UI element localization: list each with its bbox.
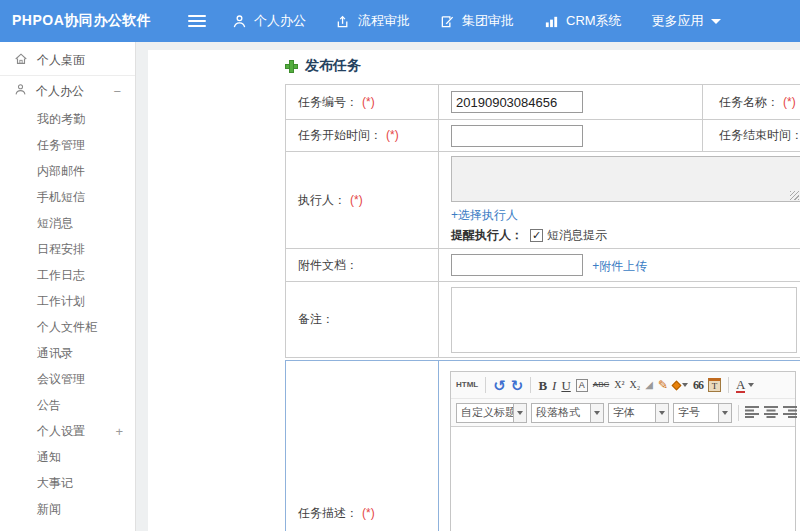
app-logo: PHPOA协同办公软件 bbox=[0, 12, 176, 30]
editor-toolbar-row2: 自定义标题 段落格式 字体 bbox=[451, 399, 795, 426]
nav-more-apps[interactable]: 更多应用 bbox=[652, 12, 721, 30]
font-family-select[interactable]: 字体 bbox=[608, 403, 669, 423]
export-icon bbox=[336, 14, 351, 29]
choose-executor-link[interactable]: +选择执行人 bbox=[451, 207, 518, 224]
subscript-button[interactable]: X₂ bbox=[629, 380, 640, 390]
home-icon bbox=[14, 52, 28, 69]
add-icon bbox=[285, 60, 298, 73]
executor-textarea[interactable] bbox=[451, 156, 800, 202]
bar-chart-icon bbox=[544, 14, 559, 29]
sidebar-item-attendance[interactable]: 我的考勤 bbox=[0, 106, 135, 132]
undo-icon[interactable]: ↺ bbox=[493, 378, 506, 393]
sidebar-item-file-cabinet[interactable]: 个人文件柜 bbox=[0, 314, 135, 340]
description-label: 任务描述：(*) bbox=[286, 361, 439, 531]
nav-label: 个人办公 bbox=[254, 12, 306, 30]
end-time-label: 任务结束时间：(*) bbox=[703, 120, 800, 152]
sidebar-item-task-management[interactable]: 任务管理 bbox=[0, 132, 135, 158]
strikethrough-button[interactable]: ABC bbox=[593, 381, 609, 389]
sidebar-item-contacts[interactable]: 通讯录 bbox=[0, 340, 135, 366]
sidebar-item-desktop[interactable]: 个人桌面 bbox=[0, 45, 135, 75]
sms-remind-checkbox[interactable]: ✓ bbox=[530, 229, 543, 242]
sidebar-item-work-plan[interactable]: 工作计划 bbox=[0, 288, 135, 314]
required-mark: (*) bbox=[362, 506, 375, 520]
required-mark: (*) bbox=[362, 95, 375, 109]
page-title: 发布任务 bbox=[285, 54, 800, 78]
main-panel: 发布任务 任务编号：(*) 任务名称：(*) 任务开始时间：(*) 任务结束时间… bbox=[148, 50, 800, 531]
sidebar-item-memorabilia[interactable]: 大事记 bbox=[0, 470, 135, 496]
remark-textarea[interactable] bbox=[451, 287, 797, 353]
font-size-select[interactable]: 字号 bbox=[673, 403, 732, 423]
caret-down-icon bbox=[517, 411, 523, 415]
bold-button[interactable]: B bbox=[538, 379, 547, 392]
attachment-label: 附件文档： bbox=[286, 249, 439, 282]
top-nav: 个人办公 流程审批 集团审批 CRM系统 更多应用 bbox=[232, 12, 721, 30]
align-left-icon[interactable] bbox=[745, 405, 760, 421]
nav-personal-office[interactable]: 个人办公 bbox=[232, 12, 306, 30]
required-mark: (*) bbox=[783, 95, 796, 109]
sidebar-item-news[interactable]: 新闻 bbox=[0, 496, 135, 522]
collapse-icon[interactable]: − bbox=[113, 84, 121, 99]
required-mark: (*) bbox=[386, 128, 399, 142]
custom-title-select[interactable]: 自定义标题 bbox=[456, 403, 527, 423]
rich-text-editor: HTML ↺ ↻ B I U A ABC bbox=[450, 371, 796, 531]
editor-toolbar-row1: HTML ↺ ↻ B I U A ABC bbox=[451, 372, 795, 399]
expand-icon[interactable]: + bbox=[115, 424, 123, 439]
sidebar-item-sms[interactable]: 手机短信 bbox=[0, 184, 135, 210]
caret-down-icon bbox=[682, 383, 688, 387]
sms-remind-label: 短消息提示 bbox=[547, 227, 607, 244]
sidebar-item-notice[interactable]: 通知 bbox=[0, 444, 135, 470]
superscript-button[interactable]: X² bbox=[614, 380, 624, 390]
attachment-input[interactable] bbox=[451, 254, 583, 276]
nav-label: 集团审批 bbox=[462, 12, 514, 30]
paragraph-format-select[interactable]: 段落格式 bbox=[531, 403, 604, 423]
html-source-button[interactable]: HTML bbox=[456, 381, 478, 389]
hamburger-icon bbox=[188, 15, 206, 17]
sidebar-item-announcement[interactable]: 公告 bbox=[0, 392, 135, 418]
accent-button[interactable]: A bbox=[576, 379, 588, 392]
nav-label: 更多应用 bbox=[652, 12, 704, 30]
italic-button[interactable]: I bbox=[552, 379, 556, 392]
sidebar-item-personal-office[interactable]: 个人办公 − bbox=[0, 76, 135, 106]
color-wand-icon bbox=[672, 380, 682, 390]
sidebar: 个人桌面 个人办公 − 我的考勤 任务管理 内部邮件 手机短信 短消息 日程安排… bbox=[0, 42, 136, 531]
sidebar-item-personal-settings[interactable]: 个人设置 + bbox=[0, 418, 135, 444]
nav-label: 流程审批 bbox=[358, 12, 410, 30]
start-time-label: 任务开始时间：(*) bbox=[286, 120, 439, 152]
paste-text-icon[interactable]: T bbox=[708, 378, 721, 392]
font-color-button[interactable]: A bbox=[736, 378, 754, 393]
nav-label: CRM系统 bbox=[566, 12, 622, 30]
task-no-input[interactable] bbox=[451, 91, 583, 113]
user-icon bbox=[14, 83, 27, 99]
nav-crm-system[interactable]: CRM系统 bbox=[544, 12, 622, 30]
content-area: 发布任务 任务编号：(*) 任务名称：(*) 任务开始时间：(*) 任务结束时间… bbox=[136, 42, 800, 531]
sidebar-item-work-log[interactable]: 工作日志 bbox=[0, 262, 135, 288]
sidebar-item-meeting[interactable]: 会议管理 bbox=[0, 366, 135, 392]
task-no-label: 任务编号：(*) bbox=[286, 85, 439, 120]
align-right-icon[interactable] bbox=[783, 405, 798, 421]
underline-button[interactable]: U bbox=[561, 379, 570, 392]
menu-toggle-button[interactable] bbox=[188, 12, 206, 30]
blockquote-button[interactable]: 66 bbox=[693, 379, 703, 391]
caret-down-icon bbox=[748, 383, 754, 387]
sidebar-item-schedule[interactable]: 日程安排 bbox=[0, 236, 135, 262]
start-time-input[interactable] bbox=[451, 125, 583, 147]
highlight-color-button[interactable] bbox=[673, 382, 688, 389]
remove-format-icon[interactable]: ◢ bbox=[645, 380, 653, 390]
nav-group-approval[interactable]: 集团审批 bbox=[440, 12, 514, 30]
resize-handle[interactable] bbox=[790, 191, 799, 200]
editor-content-area[interactable] bbox=[451, 426, 795, 531]
align-center-icon[interactable] bbox=[764, 405, 779, 421]
redo-icon[interactable]: ↻ bbox=[511, 378, 524, 393]
sidebar-item-short-message[interactable]: 短消息 bbox=[0, 210, 135, 236]
nav-workflow-approval[interactable]: 流程审批 bbox=[336, 12, 410, 30]
remark-label: 备注： bbox=[286, 282, 439, 358]
task-description-section: 任务描述：(*) HTML ↺ ↻ B bbox=[285, 360, 800, 531]
required-mark: (*) bbox=[350, 193, 363, 207]
caret-down-icon bbox=[659, 411, 665, 415]
sidebar-item-label: 个人办公 bbox=[36, 83, 84, 100]
user-icon bbox=[232, 14, 247, 29]
attachment-upload-link[interactable]: +附件上传 bbox=[592, 258, 647, 275]
sidebar-item-internal-mail[interactable]: 内部邮件 bbox=[0, 158, 135, 184]
top-header: PHPOA协同办公软件 个人办公 流程审批 集团审批 CRM系统 bbox=[0, 0, 800, 42]
format-brush-icon[interactable]: ✎ bbox=[658, 379, 668, 391]
